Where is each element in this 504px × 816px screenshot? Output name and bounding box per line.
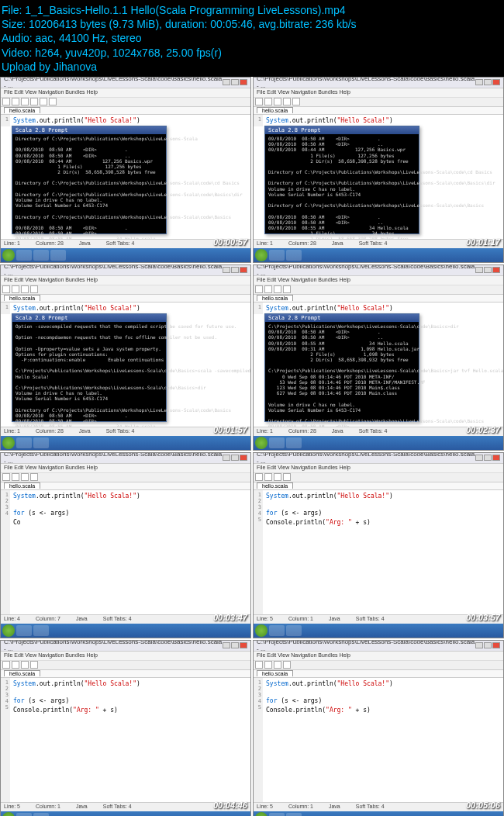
code-editor[interactable]: 1 System.out.println("Hello Scala!")	[1, 115, 250, 126]
tab-hello[interactable]: hello.scala	[4, 107, 40, 113]
timestamp: 00:03:57	[466, 613, 500, 622]
thumbnail-8: C:\Projects\Publications\Workshops\LiveL…	[253, 640, 504, 816]
timestamp: 00:03:47	[213, 613, 247, 622]
editor-tabs: hello.scala	[254, 107, 503, 115]
file-name: File: 1_1_Basics-Hello.1.1 Hello(Scala P…	[2, 3, 502, 17]
timestamp: 00:00:57	[213, 237, 247, 247]
code-kw: System	[13, 117, 36, 124]
close-btn[interactable]	[240, 79, 247, 85]
thumbnail-2: C:\Projects\Publications\Workshops\LiveL…	[253, 77, 504, 263]
code-editor[interactable]: 12345 System.out.println("Hello Scala!")…	[254, 678, 503, 810]
tool-open[interactable]	[12, 98, 19, 105]
tool-new[interactable]	[2, 98, 10, 105]
thumbnail-4: C:\Projects\Publications\Workshops\LiveL…	[253, 265, 504, 451]
timestamp: 00:02:37	[466, 425, 500, 434]
window-titlebar: C:\Projects\Publications\Workshops\LiveL…	[1, 78, 250, 88]
menu-bar[interactable]: File Edit View Navigation Bundles Help	[1, 88, 250, 98]
tool-save[interactable]	[21, 98, 29, 105]
tool-copy[interactable]	[40, 98, 47, 105]
timestamp: 00:04:46	[213, 800, 247, 810]
timestamp: 00:01:17	[466, 237, 500, 247]
terminal-title: Scala 2.8 Prompt	[12, 126, 166, 134]
terminal-window[interactable]: Scala 2.8 Prompt Directory of C:\Project…	[12, 126, 167, 234]
thumbnail-6: C:\Projects\Publications\Workshops\LiveL…	[253, 452, 504, 638]
thumbnail-3: C:\Projects\Publications\Workshops\LiveL…	[0, 265, 251, 451]
editor-tabs: hello.scala	[1, 107, 250, 115]
start-button[interactable]	[2, 249, 15, 261]
window-titlebar: C:\Projects\Publications\Workshops\LiveL…	[254, 78, 503, 88]
taskbar[interactable]	[254, 248, 503, 262]
window-title: C:\Projects\Publications\Workshops\LiveL…	[4, 77, 223, 90]
tool-paste[interactable]	[49, 98, 57, 105]
timestamp: 00:01:57	[213, 425, 247, 434]
menu-bar[interactable]: File Edit View Navigation Bundles Help	[254, 88, 503, 98]
uploader: Upload by Jihanova	[2, 60, 502, 74]
maximize-btn[interactable]	[231, 79, 239, 85]
toolbar	[254, 98, 503, 107]
task-item[interactable]	[50, 250, 66, 261]
taskbar[interactable]	[1, 248, 250, 262]
terminal-window[interactable]: Scala 2.8 Prompt Option -savecompiled re…	[12, 313, 167, 422]
thumbnail-1: C:\Projects\Publications\Workshops\LiveL…	[0, 77, 251, 263]
code-editor[interactable]: 1234 System.out.println("Hello Scala!") …	[1, 490, 250, 622]
timestamp: 00:05:06	[466, 800, 500, 810]
file-size: Size: 10206413 bytes (9.73 MiB), duratio…	[2, 17, 502, 31]
code-editor[interactable]: 12345 System.out.println("Hello Scala!")…	[254, 490, 503, 622]
thumbnail-7: C:\Projects\Publications\Workshops\LiveL…	[0, 640, 251, 816]
code-editor[interactable]: 12345 System.out.println("Hello Scala!")…	[1, 678, 250, 810]
line-gutter: 1	[1, 115, 10, 126]
file-info-header: File: 1_1_Basics-Hello.1.1 Hello(Scala P…	[0, 0, 504, 77]
audio-info: Audio: aac, 44100 Hz, stereo	[2, 31, 502, 45]
window-controls	[223, 79, 247, 85]
tool-cut[interactable]	[30, 98, 38, 105]
terminal-window[interactable]: Scala 2.8 Prompt C:\Projects\Publication…	[264, 313, 419, 422]
task-item[interactable]	[16, 250, 32, 261]
minimize-btn[interactable]	[223, 79, 230, 85]
video-info: Video: h264, yuv420p, 1024x768, 25.00 fp…	[2, 46, 502, 60]
thumbnail-5: C:\Projects\Publications\Workshops\LiveL…	[0, 452, 251, 638]
terminal-window[interactable]: Scala 2.8 Prompt 09/08/2010 08:50 AM <DI…	[264, 126, 419, 234]
code-editor[interactable]: 1 System.out.println("Hello Scala!")	[254, 115, 503, 126]
toolbar	[1, 98, 250, 107]
thumbnail-grid: C:\Projects\Publications\Workshops\LiveL…	[0, 77, 504, 816]
task-item[interactable]	[33, 250, 49, 261]
